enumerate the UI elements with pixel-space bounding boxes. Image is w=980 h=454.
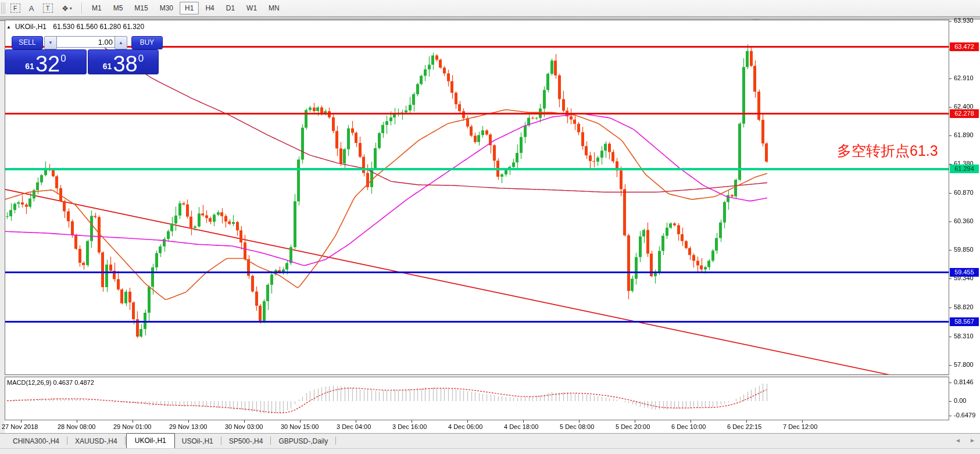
- ask-main: 38: [113, 54, 137, 74]
- time-tick-label: 3 Dec 16:00: [392, 423, 427, 430]
- bid-sup: 0: [60, 53, 66, 65]
- time-tick-label: 3 Dec 04:00: [337, 423, 371, 430]
- tab-separator: [270, 437, 271, 445]
- price-tick-label: 63.930: [954, 17, 974, 24]
- time-tick-label: 6 Dec 10:00: [671, 423, 706, 430]
- ask-sup: 0: [138, 53, 144, 65]
- bid-prefix: 61: [25, 62, 34, 71]
- time-tick-label: 28 Nov 08:00: [58, 423, 95, 430]
- time-tick-mark: [300, 420, 301, 423]
- ask-prefix: 61: [103, 62, 112, 71]
- time-tick-label: 30 Nov 03:00: [225, 423, 263, 430]
- time-tick-mark: [356, 420, 356, 423]
- price-tick-label: 58.820: [954, 303, 974, 310]
- price-tick-mark: [949, 278, 952, 279]
- time-tick-label: 6 Dec 22:15: [727, 423, 761, 430]
- time-axis: 27 Nov 201828 Nov 08:0029 Nov 01:0029 No…: [5, 420, 980, 433]
- status-bar: [0, 448, 980, 454]
- chart-tab-gbpusd-daily[interactable]: GBPUSD-,Daily: [271, 435, 335, 448]
- time-tick-mark: [746, 420, 747, 423]
- time-tick-label: 30 Nov 15:00: [281, 423, 319, 430]
- buy-button[interactable]: BUY: [131, 36, 163, 49]
- time-tick-label: 29 Nov 01:00: [113, 423, 151, 430]
- time-tick-mark: [579, 420, 580, 423]
- price-tick-mark: [949, 21, 952, 22]
- tab-separator: [125, 437, 126, 445]
- chart-symbol-title: UKOil-,H1: [15, 23, 47, 31]
- macd-tick-label: 0.00: [954, 397, 966, 404]
- horizontal-line-59.455[interactable]: [5, 271, 949, 273]
- tab-scroll-right-icon[interactable]: ►: [970, 437, 975, 444]
- macd-tick-mark: [949, 401, 952, 402]
- time-tick-mark: [77, 420, 77, 423]
- price-tick-label: 60.870: [954, 189, 974, 196]
- macd-tick-mark: [949, 416, 952, 416]
- price-level-badge: 58.567: [950, 317, 979, 326]
- horizontal-line-58.567[interactable]: [5, 321, 949, 323]
- chart-tab-bar: CHINA300-,H4XAUUSD-,H4UKOil-,H1USOil-,H1…: [0, 433, 980, 448]
- chart-tab-usoil-h1[interactable]: USOil-,H1: [175, 435, 220, 448]
- chart-tab-china300-h4[interactable]: CHINA300-,H4: [6, 435, 66, 448]
- time-tick-mark: [523, 420, 524, 423]
- price-tick-mark: [949, 135, 952, 136]
- macd-tick-mark: [949, 382, 952, 383]
- price-tick-mark: [949, 365, 952, 366]
- price-level-badge: 63.472: [950, 42, 979, 51]
- horizontal-line-62.278[interactable]: [5, 113, 949, 115]
- time-tick-label: 7 Dec 12:00: [783, 423, 817, 430]
- price-tick-mark: [949, 337, 952, 337]
- collapse-chart-icon[interactable]: ▲: [6, 24, 11, 30]
- price-tick-mark: [949, 193, 952, 194]
- time-tick-mark: [467, 420, 468, 423]
- price-tick-mark: [949, 221, 952, 222]
- volume-input[interactable]: [56, 36, 116, 48]
- price-tick-label: 57.800: [954, 361, 974, 368]
- chart-tab-ukoil-h1[interactable]: UKOil-,H1: [126, 433, 175, 448]
- tab-scroll-left-icon[interactable]: ◄: [955, 437, 961, 444]
- price-tick-mark: [949, 250, 952, 251]
- chart-ohlc-values: 61.530 61.560 61.280 61.320: [53, 23, 144, 31]
- time-tick-label: 4 Dec 06:00: [448, 423, 482, 430]
- time-tick-mark: [635, 420, 635, 423]
- price-level-badge: 61.294: [950, 165, 979, 173]
- bid-price-box[interactable]: 61 32 0: [5, 49, 87, 74]
- tab-separator: [221, 437, 221, 445]
- chart-tab-xauusd-h4[interactable]: XAUUSD-,H4: [68, 435, 124, 448]
- volume-increase-button[interactable]: ▲: [115, 36, 127, 49]
- tab-separator: [67, 437, 67, 445]
- mt4-window: F A T ❖ ▾ M1M5M15M30H1H4D1W1MN ▲ UKOil-,…: [0, 0, 980, 454]
- time-tick-label: 5 Dec 20:00: [616, 423, 650, 430]
- macd-indicator-label: MACD(12,26,9) 0.4637 0.4872: [7, 379, 94, 386]
- time-tick-mark: [802, 420, 803, 423]
- time-tick-mark: [412, 420, 412, 423]
- time-tick-label: 27 Nov 2018: [2, 423, 38, 430]
- time-tick-mark: [133, 420, 133, 423]
- price-tick-label: 60.360: [954, 217, 974, 224]
- time-tick-mark: [188, 420, 189, 423]
- bid-main: 32: [35, 54, 60, 74]
- time-tick-label: 5 Dec 08:00: [560, 423, 594, 430]
- macd-tick-label: -0.6479: [954, 412, 975, 419]
- price-tick-label: 59.850: [954, 246, 974, 253]
- horizontal-line-61.294[interactable]: [5, 168, 949, 170]
- chart-header: UKOil-,H1 61.530 61.560 61.280 61.320: [15, 23, 144, 31]
- price-level-badge: 62.278: [950, 109, 979, 118]
- time-tick-mark: [691, 420, 691, 423]
- volume-decrease-button[interactable]: ▼: [44, 36, 57, 49]
- chart-tab-sp500-h4[interactable]: SP500-,H4: [222, 435, 270, 448]
- time-tick-label: 29 Nov 13:00: [169, 423, 207, 430]
- price-tick-label: 62.400: [954, 103, 974, 110]
- chart-annotation-text: 多空转折点61.3: [837, 141, 938, 160]
- time-tick-mark: [21, 420, 22, 423]
- time-tick-label: 4 Dec 18:00: [504, 423, 538, 430]
- sell-button[interactable]: SELL: [12, 36, 43, 49]
- price-tick-mark: [949, 78, 952, 79]
- tab-separator: [335, 437, 336, 445]
- time-tick-mark: [244, 420, 245, 423]
- price-tick-mark: [949, 107, 952, 108]
- ask-price-box[interactable]: 61 38 0: [88, 49, 159, 74]
- price-tick-label: 62.910: [954, 74, 974, 81]
- price-tick-label: 58.310: [954, 333, 974, 339]
- price-level-badge: 59.455: [950, 268, 979, 277]
- price-tick-label: 61.890: [954, 131, 974, 138]
